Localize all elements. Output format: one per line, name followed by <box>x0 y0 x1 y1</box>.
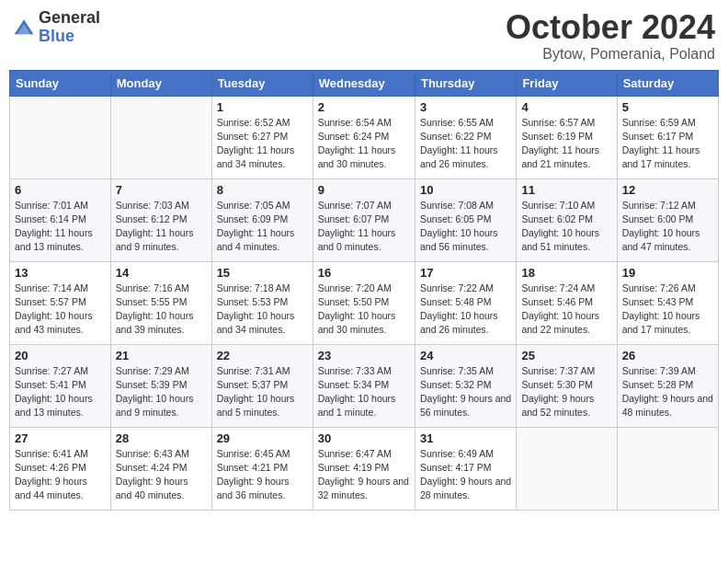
calendar-cell: 24Sunrise: 7:35 AMSunset: 5:32 PMDayligh… <box>415 344 516 427</box>
day-number: 20 <box>15 349 106 362</box>
day-number: 3 <box>420 100 511 114</box>
calendar-cell: 11Sunrise: 7:10 AMSunset: 6:02 PMDayligh… <box>517 178 617 261</box>
day-info: Sunrise: 7:01 AMSunset: 6:14 PMDaylight:… <box>15 199 106 255</box>
day-number: 25 <box>521 349 611 362</box>
logo: General Blue <box>13 9 100 46</box>
day-number: 28 <box>116 431 207 445</box>
day-info: Sunrise: 7:26 AMSunset: 5:43 PMDaylight:… <box>622 282 713 338</box>
day-info: Sunrise: 7:03 AMSunset: 6:12 PMDaylight:… <box>116 199 207 255</box>
day-info: Sunrise: 7:39 AMSunset: 5:28 PMDaylight:… <box>622 364 713 420</box>
calendar-cell: 13Sunrise: 7:14 AMSunset: 5:57 PMDayligh… <box>10 261 111 344</box>
calendar-cell: 30Sunrise: 6:47 AMSunset: 4:19 PMDayligh… <box>313 427 415 510</box>
logo-icon <box>13 17 35 39</box>
day-info: Sunrise: 6:55 AMSunset: 6:22 PMDaylight:… <box>420 116 511 172</box>
calendar-cell: 7Sunrise: 7:03 AMSunset: 6:12 PMDaylight… <box>110 178 211 261</box>
day-info: Sunrise: 7:12 AMSunset: 6:00 PMDaylight:… <box>622 199 713 255</box>
day-number: 27 <box>15 431 106 445</box>
day-number: 10 <box>420 183 511 197</box>
calendar-cell: 8Sunrise: 7:05 AMSunset: 6:09 PMDaylight… <box>211 178 313 261</box>
day-number: 4 <box>521 100 611 114</box>
day-info: Sunrise: 6:45 AMSunset: 4:21 PMDaylight:… <box>217 447 308 503</box>
day-number: 16 <box>318 266 410 280</box>
day-info: Sunrise: 7:08 AMSunset: 6:05 PMDaylight:… <box>420 199 511 255</box>
day-number: 13 <box>15 266 106 280</box>
calendar-cell: 17Sunrise: 7:22 AMSunset: 5:48 PMDayligh… <box>415 261 516 344</box>
day-number: 1 <box>217 100 308 114</box>
calendar-cell: 3Sunrise: 6:55 AMSunset: 6:22 PMDaylight… <box>415 96 516 178</box>
page-header: General Blue October 2024 Bytow, Pomeran… <box>9 9 719 63</box>
location: Bytow, Pomerania, Poland <box>506 46 715 63</box>
day-info: Sunrise: 7:16 AMSunset: 5:55 PMDaylight:… <box>116 282 207 338</box>
calendar-cell: 26Sunrise: 7:39 AMSunset: 5:28 PMDayligh… <box>617 344 718 427</box>
day-info: Sunrise: 6:49 AMSunset: 4:17 PMDaylight:… <box>420 447 511 503</box>
calendar-cell: 19Sunrise: 7:26 AMSunset: 5:43 PMDayligh… <box>617 261 718 344</box>
calendar-week-row: 20Sunrise: 7:27 AMSunset: 5:41 PMDayligh… <box>10 344 719 427</box>
calendar-week-row: 27Sunrise: 6:41 AMSunset: 4:26 PMDayligh… <box>10 427 719 510</box>
weekday-header-row: SundayMondayTuesdayWednesdayThursdayFrid… <box>10 70 719 96</box>
calendar-cell: 15Sunrise: 7:18 AMSunset: 5:53 PMDayligh… <box>211 261 313 344</box>
calendar-week-row: 6Sunrise: 7:01 AMSunset: 6:14 PMDaylight… <box>10 178 719 261</box>
day-info: Sunrise: 6:59 AMSunset: 6:17 PMDaylight:… <box>622 116 713 172</box>
day-number: 5 <box>622 100 713 114</box>
day-number: 26 <box>622 349 713 362</box>
day-number: 15 <box>217 266 308 280</box>
day-info: Sunrise: 6:54 AMSunset: 6:24 PMDaylight:… <box>318 116 410 172</box>
calendar-cell <box>110 96 211 178</box>
calendar-cell: 2Sunrise: 6:54 AMSunset: 6:24 PMDaylight… <box>313 96 415 178</box>
calendar-week-row: 13Sunrise: 7:14 AMSunset: 5:57 PMDayligh… <box>10 261 719 344</box>
calendar-cell: 14Sunrise: 7:16 AMSunset: 5:55 PMDayligh… <box>110 261 211 344</box>
calendar-cell: 29Sunrise: 6:45 AMSunset: 4:21 PMDayligh… <box>211 427 313 510</box>
weekday-header: Saturday <box>617 70 718 96</box>
day-number: 19 <box>622 266 713 280</box>
day-number: 9 <box>318 183 410 197</box>
calendar-cell: 4Sunrise: 6:57 AMSunset: 6:19 PMDaylight… <box>517 96 617 178</box>
day-number: 7 <box>116 183 207 197</box>
calendar-cell: 12Sunrise: 7:12 AMSunset: 6:00 PMDayligh… <box>617 178 718 261</box>
logo-blue-text: Blue <box>39 28 100 46</box>
day-number: 30 <box>318 431 410 445</box>
day-number: 29 <box>217 431 308 445</box>
calendar-cell: 27Sunrise: 6:41 AMSunset: 4:26 PMDayligh… <box>10 427 111 510</box>
day-info: Sunrise: 7:27 AMSunset: 5:41 PMDaylight:… <box>15 364 106 420</box>
day-info: Sunrise: 7:31 AMSunset: 5:37 PMDaylight:… <box>217 364 308 420</box>
day-info: Sunrise: 6:43 AMSunset: 4:24 PMDaylight:… <box>116 447 207 503</box>
calendar-cell: 18Sunrise: 7:24 AMSunset: 5:46 PMDayligh… <box>517 261 617 344</box>
calendar-cell: 23Sunrise: 7:33 AMSunset: 5:34 PMDayligh… <box>313 344 415 427</box>
day-info: Sunrise: 6:57 AMSunset: 6:19 PMDaylight:… <box>521 116 611 172</box>
day-info: Sunrise: 7:10 AMSunset: 6:02 PMDaylight:… <box>521 199 611 255</box>
logo-general-text: General <box>39 9 100 28</box>
day-number: 6 <box>15 183 106 197</box>
day-info: Sunrise: 7:29 AMSunset: 5:39 PMDaylight:… <box>116 364 207 420</box>
day-info: Sunrise: 7:35 AMSunset: 5:32 PMDaylight:… <box>420 364 511 420</box>
calendar-cell: 9Sunrise: 7:07 AMSunset: 6:07 PMDaylight… <box>313 178 415 261</box>
calendar-cell: 31Sunrise: 6:49 AMSunset: 4:17 PMDayligh… <box>415 427 516 510</box>
day-info: Sunrise: 6:47 AMSunset: 4:19 PMDaylight:… <box>318 447 410 503</box>
calendar-cell: 16Sunrise: 7:20 AMSunset: 5:50 PMDayligh… <box>313 261 415 344</box>
calendar-cell <box>617 427 718 510</box>
calendar-cell <box>10 96 111 178</box>
day-info: Sunrise: 7:33 AMSunset: 5:34 PMDaylight:… <box>318 364 410 420</box>
day-info: Sunrise: 7:22 AMSunset: 5:48 PMDaylight:… <box>420 282 511 338</box>
calendar-cell: 1Sunrise: 6:52 AMSunset: 6:27 PMDaylight… <box>211 96 313 178</box>
calendar-cell: 10Sunrise: 7:08 AMSunset: 6:05 PMDayligh… <box>415 178 516 261</box>
day-number: 12 <box>622 183 713 197</box>
calendar-cell: 6Sunrise: 7:01 AMSunset: 6:14 PMDaylight… <box>10 178 111 261</box>
day-number: 11 <box>521 183 611 197</box>
day-info: Sunrise: 6:41 AMSunset: 4:26 PMDaylight:… <box>15 447 106 503</box>
calendar-cell: 21Sunrise: 7:29 AMSunset: 5:39 PMDayligh… <box>110 344 211 427</box>
day-number: 22 <box>217 349 308 362</box>
day-number: 21 <box>116 349 207 362</box>
day-info: Sunrise: 7:24 AMSunset: 5:46 PMDaylight:… <box>521 282 611 338</box>
calendar-cell: 22Sunrise: 7:31 AMSunset: 5:37 PMDayligh… <box>211 344 313 427</box>
calendar-cell: 20Sunrise: 7:27 AMSunset: 5:41 PMDayligh… <box>10 344 111 427</box>
weekday-header: Tuesday <box>211 70 313 96</box>
title-area: October 2024 Bytow, Pomerania, Poland <box>506 9 715 63</box>
day-number: 17 <box>420 266 511 280</box>
weekday-header: Thursday <box>415 70 516 96</box>
day-info: Sunrise: 6:52 AMSunset: 6:27 PMDaylight:… <box>217 116 308 172</box>
day-number: 23 <box>318 349 410 362</box>
month-title: October 2024 <box>506 9 715 46</box>
day-info: Sunrise: 7:07 AMSunset: 6:07 PMDaylight:… <box>318 199 410 255</box>
calendar-cell <box>517 427 617 510</box>
day-info: Sunrise: 7:18 AMSunset: 5:53 PMDaylight:… <box>217 282 308 338</box>
